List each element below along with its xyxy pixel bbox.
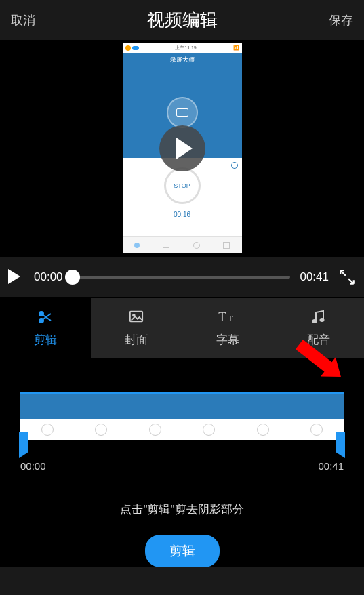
timeline-strip[interactable]	[20, 392, 344, 440]
hint-text: 点击"剪辑"剪去阴影部分	[20, 501, 344, 517]
trim-handle-start[interactable]	[19, 432, 28, 452]
play-button[interactable]	[8, 269, 24, 285]
save-button[interactable]: 保存	[329, 12, 353, 28]
tab-label: 剪辑	[34, 332, 57, 348]
playback-controls: 00:00 00:41	[0, 257, 364, 298]
play-icon	[8, 269, 20, 284]
timeline-start: 00:00	[20, 460, 46, 472]
time-display: 00:16	[174, 211, 190, 218]
timeline-times: 00:00 00:41	[20, 440, 344, 472]
tab-subtitle[interactable]: T T 字幕	[182, 298, 273, 358]
timeline-end: 00:41	[318, 460, 344, 472]
svg-point-1	[39, 319, 43, 323]
tab-label: 封面	[125, 332, 148, 348]
image-icon	[127, 309, 146, 325]
svg-point-7	[320, 319, 323, 321]
header: 取消 视频编辑 保存	[0, 0, 364, 40]
phone-status-bar: 上午11:19 📶	[123, 43, 242, 53]
stop-circle: STOP	[164, 167, 201, 204]
tab-voice[interactable]: 配音	[273, 298, 364, 358]
expand-icon	[338, 268, 356, 286]
scissors-icon	[36, 309, 55, 325]
video-preview[interactable]: 上午11:19 📶 录屏大师 STOP 00:16	[0, 40, 364, 257]
fullscreen-button[interactable]	[338, 268, 356, 286]
page-title: 视频编辑	[147, 8, 218, 32]
app-header: 录屏大师	[123, 53, 242, 66]
text-icon: T T	[218, 309, 237, 325]
cancel-button[interactable]: 取消	[11, 12, 35, 28]
total-time: 00:41	[300, 270, 329, 284]
svg-point-6	[312, 320, 316, 323]
play-icon	[176, 138, 193, 159]
tab-cover[interactable]: 封面	[91, 298, 182, 358]
trim-action-button[interactable]: 剪辑	[145, 535, 220, 567]
seek-thumb[interactable]	[65, 270, 80, 285]
music-icon	[309, 309, 328, 325]
current-time: 00:00	[34, 270, 63, 284]
seek-slider[interactable]	[73, 276, 291, 279]
phone-nav	[123, 236, 242, 253]
timeline-editor: 00:00 00:41 点击"剪辑"剪去阴影部分 剪辑	[0, 358, 364, 567]
tab-edit[interactable]: 剪辑	[0, 298, 91, 358]
play-overlay-button[interactable]	[159, 125, 205, 171]
svg-text:T: T	[228, 314, 233, 323]
svg-point-3	[133, 314, 135, 316]
trim-handle-end[interactable]	[336, 432, 345, 452]
status-time: 上午11:19	[175, 45, 197, 52]
record-circle	[167, 97, 198, 128]
tab-label: 字幕	[216, 332, 239, 348]
svg-text:T: T	[218, 310, 226, 324]
svg-point-0	[39, 312, 43, 316]
